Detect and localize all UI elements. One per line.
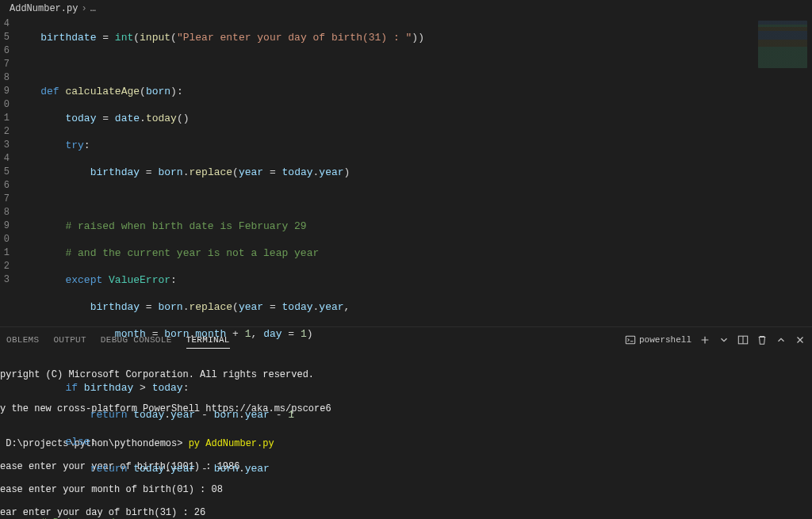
code-editor[interactable]: 45678901234567890123 birthdate = int(inp… [0, 17, 812, 326]
line-gutter: 45678901234567890123 [0, 17, 16, 326]
breadcrumb-file[interactable]: AddNumber.py [10, 3, 78, 14]
breadcrumb-more[interactable]: … [90, 3, 96, 14]
breadcrumb[interactable]: AddNumber.py › … [0, 0, 812, 17]
breadcrumb-separator: › [81, 3, 86, 14]
minimap[interactable] [758, 21, 807, 68]
code-content[interactable]: birthdate = int(input("Plear enter your … [16, 17, 812, 326]
